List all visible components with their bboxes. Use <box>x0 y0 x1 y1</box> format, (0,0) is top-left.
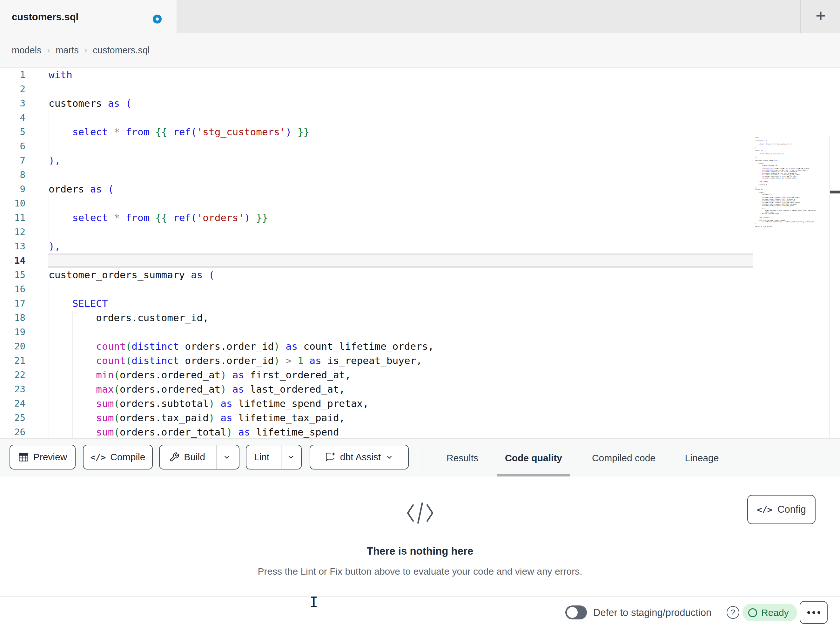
code-line-16[interactable]: 16 <box>0 282 829 296</box>
line-number: 19 <box>0 325 25 339</box>
tab-bar: customers.sql + <box>0 0 840 33</box>
table-icon <box>18 452 29 462</box>
empty-state-title: There is nothing here <box>367 545 474 557</box>
code-line-3[interactable]: 3customers as ( <box>0 96 829 111</box>
line-number: 13 <box>0 239 25 253</box>
line-number: 6 <box>0 139 25 153</box>
code-line-20[interactable]: 20 count(distinct orders.order_id) as co… <box>0 339 829 354</box>
code-line-19[interactable]: 19 <box>0 325 829 339</box>
lint-button-label: Lint <box>254 452 269 462</box>
code-line-10[interactable]: 10 <box>0 196 829 210</box>
editor-toolbar: Preview </> Compile Build <box>0 438 840 476</box>
line-number: 18 <box>0 311 25 325</box>
line-number: 7 <box>0 153 25 168</box>
dbt-ide-window: customers.sql + models › marts › custome… <box>0 0 840 628</box>
code-line-9[interactable]: 9orders as ( <box>0 182 829 196</box>
assist-chat-icon <box>325 452 336 462</box>
tab-lineage[interactable]: Lineage <box>685 439 719 477</box>
breadcrumb-separator-icon: › <box>47 46 50 55</box>
line-number: 20 <box>0 339 25 354</box>
line-number: 4 <box>0 111 25 125</box>
code-line-17[interactable]: 17 SELECT <box>0 296 829 311</box>
lint-button[interactable]: Lint <box>247 445 276 469</box>
code-line-7[interactable]: 7), <box>0 153 829 168</box>
ellipsis-icon <box>807 611 810 614</box>
line-number: 3 <box>0 96 25 111</box>
code-lines[interactable]: 1with23customers as (45 select * from {{… <box>0 68 829 438</box>
breadcrumb-item-marts[interactable]: marts <box>55 45 79 55</box>
code-line-18[interactable]: 18 orders.customer_id, <box>0 311 829 325</box>
unsaved-changes-icon <box>153 14 162 24</box>
line-number: 11 <box>0 210 25 225</box>
tab-compiled-code[interactable]: Compiled code <box>592 439 655 477</box>
code-line-1[interactable]: 1with <box>0 68 829 82</box>
text-cursor: I <box>309 594 318 610</box>
code-line-11[interactable]: 11 select * from {{ ref('orders') }} <box>0 210 829 225</box>
code-line-8[interactable]: 8 <box>0 168 829 182</box>
editor-scrollbar-thumb[interactable] <box>830 191 840 193</box>
build-dropdown-button[interactable] <box>216 445 236 469</box>
line-number: 24 <box>0 396 25 411</box>
code-line-14[interactable]: 14 <box>0 253 829 268</box>
breadcrumb-item-models[interactable]: models <box>12 45 42 55</box>
code-editor[interactable]: 1with23customers as (45 select * from {{… <box>0 68 840 438</box>
build-split-button: Build <box>159 445 240 470</box>
chevron-down-icon <box>223 453 231 461</box>
tab-code-quality[interactable]: Code quality <box>505 439 562 477</box>
code-line-2[interactable]: 2 <box>0 82 829 96</box>
chevron-down-icon <box>287 453 295 461</box>
chevron-down-icon <box>385 453 393 461</box>
build-button-label: Build <box>184 452 205 462</box>
line-number: 15 <box>0 268 25 282</box>
editor-scrollbar[interactable] <box>829 135 840 438</box>
breadcrumb-row: models › marts › customers.sql <box>0 33 840 68</box>
code-line-15[interactable]: 15customer_orders_summary as ( <box>0 268 829 282</box>
code-line-13[interactable]: 13), <box>0 239 829 253</box>
line-number: 25 <box>0 411 25 425</box>
dbt-assist-button[interactable]: dbt Assist <box>309 445 409 470</box>
line-number: 2 <box>0 82 25 96</box>
ellipsis-icon <box>812 611 815 614</box>
line-number: 14 <box>0 253 25 268</box>
code-line-4[interactable]: 4 <box>0 111 829 125</box>
code-line-25[interactable]: 25 sum(orders.tax_paid) as lifetime_tax_… <box>0 411 829 425</box>
status-bar: I Defer to staging/production ? Ready <box>0 596 840 628</box>
line-number: 22 <box>0 368 25 382</box>
code-line-21[interactable]: 21 count(distinct orders.order_id) > 1 a… <box>0 354 829 368</box>
ellipsis-icon <box>818 611 820 614</box>
lint-dropdown-button[interactable] <box>281 445 300 469</box>
code-line-12[interactable]: 12 <box>0 225 829 239</box>
preview-button[interactable]: Preview <box>9 445 76 470</box>
code-brackets-icon <box>403 499 437 528</box>
status-badge-label: Ready <box>761 607 789 618</box>
code-line-24[interactable]: 24 sum(orders.subtotal) as lifetime_spen… <box>0 396 829 411</box>
code-line-5[interactable]: 5 select * from {{ ref('stg_customers') … <box>0 125 829 139</box>
more-options-button[interactable] <box>800 601 827 624</box>
line-number: 16 <box>0 282 25 296</box>
compile-button[interactable]: </> Compile <box>83 445 153 470</box>
tab-results[interactable]: Results <box>447 439 478 477</box>
new-tab-zone: + <box>800 0 840 33</box>
line-number: 1 <box>0 68 25 82</box>
compile-button-label: Compile <box>110 452 145 462</box>
line-number: 5 <box>0 125 25 139</box>
toggle-knob <box>567 607 578 618</box>
new-tab-button[interactable]: + <box>801 0 840 33</box>
defer-toggle[interactable] <box>565 606 587 619</box>
lint-split-button: Lint <box>246 445 302 470</box>
breadcrumb-separator-icon: › <box>84 46 87 55</box>
code-line-6[interactable]: 6 <box>0 139 829 153</box>
breadcrumb: models › marts › customers.sql <box>12 33 150 67</box>
code-line-23[interactable]: 23 max(orders.ordered_at) as last_ordere… <box>0 382 829 396</box>
empty-state: There is nothing here Press the Lint or … <box>0 476 840 596</box>
help-icon[interactable]: ? <box>726 606 739 619</box>
code-line-22[interactable]: 22 min(orders.ordered_at) as first_order… <box>0 368 829 382</box>
file-tab-title: customers.sql <box>12 0 79 34</box>
code-line-26[interactable]: 26 sum(orders.order_total) as lifetime_s… <box>0 425 829 438</box>
line-number: 10 <box>0 196 25 210</box>
status-circle-icon <box>748 608 757 617</box>
preview-button-label: Preview <box>33 452 67 462</box>
build-button[interactable]: Build <box>162 445 212 469</box>
file-tab-customers-sql[interactable]: customers.sql <box>0 0 177 33</box>
minimap[interactable]: with customers as ( select * from {{ ref… <box>755 137 827 228</box>
